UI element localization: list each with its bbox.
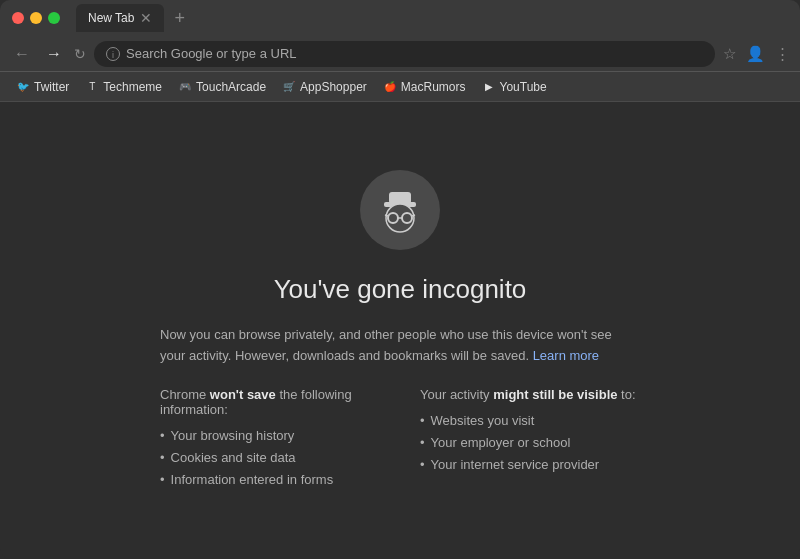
- bookmark-icon[interactable]: ☆: [723, 45, 736, 63]
- wont-save-title: Chrome won't save the following informat…: [160, 387, 380, 417]
- bookmark-twitter[interactable]: 🐦Twitter: [10, 78, 75, 96]
- bookmark-techmeme-label: Techmeme: [103, 80, 162, 94]
- bookmark-twitter-icon: 🐦: [16, 80, 30, 94]
- tab-title: New Tab: [88, 11, 134, 25]
- still-visible-list: Websites you visitYour employer or schoo…: [420, 410, 640, 476]
- bookmark-twitter-label: Twitter: [34, 80, 69, 94]
- svg-text:i: i: [112, 50, 114, 60]
- tab-close-icon[interactable]: ✕: [140, 10, 152, 26]
- learn-more-link[interactable]: Learn more: [533, 348, 599, 363]
- svg-rect-3: [389, 192, 411, 204]
- tab-bar: New Tab ✕ +: [76, 4, 788, 32]
- still-visible-title: Your activity might still be visible to:: [420, 387, 640, 402]
- browser-window: New Tab ✕ + ← → ↻ i Search Google or typ…: [0, 0, 800, 559]
- svg-line-9: [412, 215, 415, 216]
- bookmark-appshopper[interactable]: 🛒AppShopper: [276, 78, 373, 96]
- incognito-description: Now you can browse privately, and other …: [160, 325, 640, 367]
- bookmarks-bar: 🐦TwitterTTechmeme🎮TouchArcade🛒AppShopper…: [0, 72, 800, 102]
- search-bar[interactable]: i Search Google or type a URL: [94, 41, 715, 67]
- wont-save-section: Chrome won't save the following informat…: [160, 387, 380, 491]
- toolbar-right: ☆ 👤 ⋮: [723, 45, 790, 63]
- forward-button[interactable]: →: [42, 43, 66, 65]
- title-bar: New Tab ✕ +: [0, 0, 800, 36]
- bookmark-appshopper-label: AppShopper: [300, 80, 367, 94]
- svg-line-8: [385, 215, 388, 216]
- incognito-icon: [360, 170, 440, 250]
- bookmark-macrumors[interactable]: 🍎MacRumors: [377, 78, 472, 96]
- secure-icon: i: [106, 47, 120, 61]
- bookmark-youtube-label: YouTube: [500, 80, 547, 94]
- bookmark-youtube[interactable]: ▶YouTube: [476, 78, 553, 96]
- incognito-svg: [374, 184, 426, 236]
- list-item: Your internet service provider: [420, 454, 640, 476]
- back-button[interactable]: ←: [10, 43, 34, 65]
- minimize-button[interactable]: [30, 12, 42, 24]
- bookmark-techmeme[interactable]: TTechmeme: [79, 78, 168, 96]
- address-bar: ← → ↻ i Search Google or type a URL ☆ 👤 …: [0, 36, 800, 72]
- bookmark-youtube-icon: ▶: [482, 80, 496, 94]
- maximize-button[interactable]: [48, 12, 60, 24]
- bookmark-techmeme-icon: T: [85, 80, 99, 94]
- bookmark-toucharcade-icon: 🎮: [178, 80, 192, 94]
- list-item: Cookies and site data: [160, 447, 380, 469]
- wont-save-list: Your browsing historyCookies and site da…: [160, 425, 380, 491]
- bookmark-appshopper-icon: 🛒: [282, 80, 296, 94]
- traffic-lights: [12, 12, 60, 24]
- close-button[interactable]: [12, 12, 24, 24]
- bookmark-toucharcade[interactable]: 🎮TouchArcade: [172, 78, 272, 96]
- info-grid: Chrome won't save the following informat…: [160, 387, 640, 491]
- bookmark-toucharcade-label: TouchArcade: [196, 80, 266, 94]
- list-item: Websites you visit: [420, 410, 640, 432]
- new-tab-button[interactable]: +: [168, 8, 191, 29]
- still-visible-section: Your activity might still be visible to:…: [420, 387, 640, 491]
- incognito-title: You've gone incognito: [274, 274, 527, 305]
- menu-icon[interactable]: ⋮: [775, 45, 790, 63]
- main-content: You've gone incognito Now you can browse…: [0, 102, 800, 559]
- list-item: Information entered in forms: [160, 469, 380, 491]
- address-input[interactable]: Search Google or type a URL: [126, 46, 297, 61]
- profile-icon[interactable]: 👤: [746, 45, 765, 63]
- list-item: Your employer or school: [420, 432, 640, 454]
- bookmark-macrumors-label: MacRumors: [401, 80, 466, 94]
- reload-button[interactable]: ↻: [74, 46, 86, 62]
- active-tab[interactable]: New Tab ✕: [76, 4, 164, 32]
- bookmark-macrumors-icon: 🍎: [383, 80, 397, 94]
- list-item: Your browsing history: [160, 425, 380, 447]
